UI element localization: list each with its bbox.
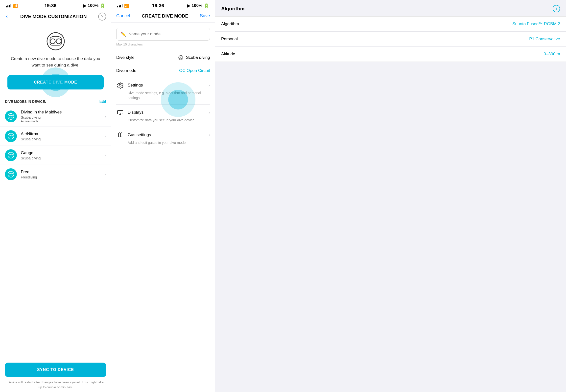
battery-icon-2: 🔋 bbox=[204, 3, 209, 8]
status-left-2: 📶 bbox=[117, 3, 129, 8]
signal-icon bbox=[6, 4, 11, 7]
algorithm-row-value-personal: P1 Conservative bbox=[529, 37, 560, 42]
create-description: Create a new dive mode to choose the dat… bbox=[7, 56, 104, 68]
cancel-button[interactable]: Cancel bbox=[116, 12, 130, 20]
scuba-icon-gauge bbox=[7, 152, 14, 159]
dive-mode-item-maldives[interactable]: Diving in the Maldives Scuba diving Acti… bbox=[0, 106, 111, 127]
bluetooth-icon-2: ▶ bbox=[187, 3, 190, 8]
dive-mode-name-maldives: Diving in the Maldives bbox=[21, 110, 105, 115]
displays-menu-item[interactable]: Displays › Customize data you see in you… bbox=[116, 105, 210, 127]
name-input-wrapper: ✏️ bbox=[116, 28, 210, 41]
status-right-2: ▶ 100% 🔋 bbox=[187, 3, 209, 8]
algorithm-row-value-altitude: 0–300 m bbox=[544, 52, 560, 57]
settings-menu-item[interactable]: Settings › Dive mode settings, e.g. algo… bbox=[116, 77, 210, 105]
wifi-icon-2: 📶 bbox=[124, 3, 129, 8]
svg-point-24 bbox=[119, 84, 121, 86]
dive-mode-item-nitrox[interactable]: Air/Nitrox Scuba diving › bbox=[0, 127, 111, 146]
algorithm-row-label-algorithm: Algorithm bbox=[221, 22, 239, 26]
dive-mode-name-free: Free bbox=[21, 170, 105, 174]
dive-mode-info-nitrox: Air/Nitrox Scuba diving bbox=[21, 131, 105, 141]
svg-point-9 bbox=[9, 135, 11, 137]
settings-title: Settings bbox=[128, 83, 143, 88]
dive-mode-info-free: Free Freediving bbox=[21, 170, 105, 179]
create-dive-mode-button[interactable]: CREATE DIVE MODE bbox=[7, 75, 104, 89]
sync-to-device-button[interactable]: SYNC TO DEVICE bbox=[5, 363, 106, 377]
dive-modes-list: Diving in the Maldives Scuba diving Acti… bbox=[0, 106, 111, 357]
dive-mode-item-gauge[interactable]: Gauge Scuba diving › bbox=[0, 146, 111, 165]
status-left-1: 📶 bbox=[6, 3, 18, 8]
dive-mode-row[interactable]: Dive mode OC Open Circuit bbox=[116, 64, 210, 77]
gas-settings-header: Gas settings › bbox=[116, 131, 210, 139]
svg-rect-29 bbox=[120, 133, 122, 137]
dive-mode-avatar-gauge bbox=[5, 149, 17, 161]
scuba-icon-maldives bbox=[7, 113, 14, 120]
displays-header: Displays › bbox=[116, 109, 210, 116]
gas-settings-left: Gas settings bbox=[116, 131, 151, 139]
algorithm-title: Algorithm bbox=[221, 6, 244, 12]
gas-icon bbox=[116, 131, 124, 139]
time-display-1: 19:36 bbox=[44, 3, 56, 8]
time-display-2: 19:36 bbox=[152, 3, 164, 8]
dive-mask-icon bbox=[46, 31, 66, 51]
info-button[interactable]: i bbox=[553, 5, 560, 12]
dive-modes-header: DIVE MODES IN DEVICE: Edit bbox=[0, 95, 111, 106]
display-icon bbox=[116, 109, 124, 116]
algorithm-row-altitude[interactable]: Altitude 0–300 m bbox=[215, 47, 566, 62]
dive-mode-sub-free: Freediving bbox=[21, 175, 105, 179]
panel-dive-mode-customization: 📶 19:36 ▶ 100% 🔋 ‹ DIVE MODE CUSTOMIZATI… bbox=[0, 0, 111, 392]
panel-algorithm: Algorithm i Algorithm Suunto Fused™ RGBM… bbox=[215, 0, 566, 392]
dive-mode-info-gauge: Gauge Scuba diving bbox=[21, 151, 105, 160]
wifi-icon: 📶 bbox=[13, 3, 18, 8]
char-limit-label: Max 15 characters bbox=[116, 43, 210, 46]
scuba-style-icon bbox=[178, 55, 184, 60]
create-mode-content: ✏️ Max 15 characters Dive style Scuba di… bbox=[111, 23, 215, 392]
help-button[interactable]: ? bbox=[98, 13, 106, 21]
save-button[interactable]: Save bbox=[200, 12, 210, 20]
dive-mode-avatar-free bbox=[5, 168, 17, 180]
back-button[interactable]: ‹ bbox=[5, 12, 9, 21]
gas-settings-title: Gas settings bbox=[128, 132, 151, 137]
dive-style-label: Dive style bbox=[116, 55, 135, 60]
svg-point-2 bbox=[56, 39, 61, 44]
scuba-icon-nitrox bbox=[7, 133, 14, 140]
algorithm-row-personal[interactable]: Personal P1 Conservative bbox=[215, 32, 566, 47]
svg-point-1 bbox=[50, 39, 55, 44]
displays-title: Displays bbox=[128, 110, 143, 115]
dive-mode-item-free[interactable]: Free Freediving › bbox=[0, 165, 111, 184]
settings-header: Settings › bbox=[116, 81, 210, 89]
settings-left: Settings bbox=[116, 81, 143, 89]
panel-create-dive-mode: 📶 19:36 ▶ 100% 🔋 Cancel CREATE DIVE MODE… bbox=[111, 0, 215, 392]
dive-style-row[interactable]: Dive style Scuba diving bbox=[116, 51, 210, 64]
gas-settings-menu-item[interactable]: Gas settings › Add and edit gases in you… bbox=[116, 127, 210, 150]
algorithm-content: Algorithm Suunto Fused™ RGBM 2 Personal … bbox=[215, 17, 566, 62]
dive-mode-active-maldives: Active mode bbox=[21, 119, 105, 123]
dive-mode-sub-gauge: Scuba diving bbox=[21, 156, 105, 160]
algorithm-row-algorithm[interactable]: Algorithm Suunto Fused™ RGBM 2 bbox=[215, 17, 566, 32]
dive-mode-name-gauge: Gauge bbox=[21, 151, 105, 155]
sync-note: Device will restart after changes have b… bbox=[5, 380, 106, 390]
svg-point-5 bbox=[9, 115, 11, 117]
gas-settings-description: Add and edit gases in your dive mode bbox=[116, 140, 210, 145]
status-bar-1: 📶 19:36 ▶ 100% 🔋 bbox=[0, 0, 111, 10]
algorithm-row-value-algorithm: Suunto Fused™ RGBM 2 bbox=[512, 22, 560, 26]
svg-point-6 bbox=[11, 115, 13, 117]
svg-rect-28 bbox=[118, 133, 120, 137]
dive-mode-value: OC Open Circuit bbox=[179, 68, 210, 73]
dive-modes-label: DIVE MODES IN DEVICE: bbox=[5, 100, 46, 104]
mode-name-input[interactable] bbox=[128, 32, 206, 37]
edit-button[interactable]: Edit bbox=[99, 99, 106, 104]
chevron-displays: › bbox=[209, 110, 210, 115]
bluetooth-icon: ▶ bbox=[83, 3, 86, 8]
dive-mode-avatar-maldives bbox=[5, 110, 17, 122]
displays-left: Displays bbox=[116, 109, 143, 116]
displays-description: Customize data you see in your dive devi… bbox=[116, 118, 210, 123]
pencil-icon: ✏️ bbox=[120, 31, 126, 37]
battery-icon-1: 🔋 bbox=[100, 3, 105, 8]
algorithm-header: Algorithm i bbox=[215, 0, 566, 17]
algorithm-row-label-personal: Personal bbox=[221, 37, 238, 42]
dive-mode-info-maldives: Diving in the Maldives Scuba diving Acti… bbox=[21, 110, 105, 123]
dive-style-value-text: Scuba diving bbox=[186, 55, 210, 60]
svg-point-22 bbox=[181, 57, 183, 59]
settings-description: Dive mode settings, e.g. algorithm and p… bbox=[116, 91, 210, 100]
svg-point-14 bbox=[11, 154, 13, 156]
